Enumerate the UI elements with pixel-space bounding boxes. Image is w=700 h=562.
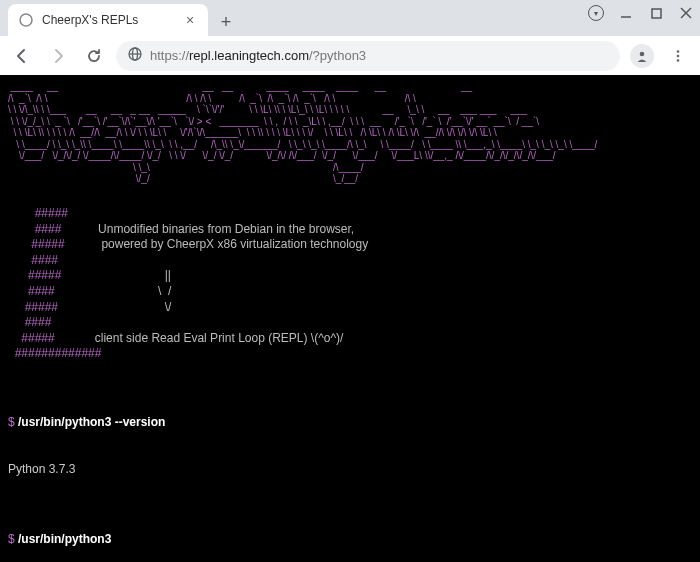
banner-hash: ##### <box>8 300 58 314</box>
forward-button[interactable] <box>44 42 72 70</box>
terminal[interactable]: ____ __ __ __ ____ ____ ____ __ __ /\ _`… <box>0 75 700 562</box>
page-icon <box>18 12 34 28</box>
command: /usr/bin/python3 <box>18 532 111 546</box>
banner-text: \/ <box>58 300 171 314</box>
banner-hash: #### <box>8 284 55 298</box>
new-tab-button[interactable]: + <box>212 8 240 36</box>
ascii-logo: ____ __ __ __ ____ ____ ____ __ __ /\ _`… <box>8 81 692 185</box>
url-text: https://repl.leaningtech.com/?python3 <box>150 48 608 63</box>
back-button[interactable] <box>8 42 36 70</box>
maximize-button[interactable] <box>648 5 664 21</box>
person-icon <box>630 44 654 68</box>
terminal-session: $ /usr/bin/python3 --version Python 3.7.… <box>8 376 692 562</box>
close-window-button[interactable] <box>678 5 694 21</box>
banner-text: \ / <box>55 284 172 298</box>
command-line: $ /usr/bin/python3 --version <box>8 415 692 431</box>
chevron-down-icon[interactable]: ▾ <box>588 5 604 21</box>
profile-button[interactable] <box>628 42 656 70</box>
shell-prompt: $ <box>8 415 18 429</box>
banner-text: Unmodified binaries from Debian in the b… <box>61 222 354 236</box>
browser-tab[interactable]: CheerpX's REPLs × <box>8 4 208 36</box>
banner-hash: ##### <box>8 206 68 220</box>
banner-hash: ##### <box>8 331 55 345</box>
svg-point-8 <box>640 51 645 56</box>
close-tab-icon[interactable]: × <box>182 12 198 28</box>
banner-hash: ##### <box>8 237 65 251</box>
output-line: Python 3.7.3 <box>8 462 692 478</box>
command: /usr/bin/python3 --version <box>18 415 165 429</box>
banner-hash: #### <box>8 253 58 267</box>
minimize-button[interactable] <box>618 5 634 21</box>
shell-prompt: $ <box>8 532 18 546</box>
svg-point-9 <box>677 50 680 53</box>
url-host: repl.leaningtech.com <box>189 48 309 63</box>
browser-chrome: ▾ CheerpX's REPLs × + <box>0 0 700 75</box>
tab-title: CheerpX's REPLs <box>42 13 174 27</box>
svg-point-11 <box>677 59 680 62</box>
url-scheme: https:// <box>150 48 189 63</box>
command-line: $ /usr/bin/python3 <box>8 532 692 548</box>
banner-text: powered by CheerpX x86 virtualization te… <box>65 237 369 251</box>
globe-icon <box>128 47 142 64</box>
svg-point-4 <box>20 14 32 26</box>
toolbar: https://repl.leaningtech.com/?python3 <box>0 36 700 75</box>
url-path: /?python3 <box>309 48 366 63</box>
banner-hash: #### <box>8 315 51 329</box>
reload-button[interactable] <box>80 42 108 70</box>
banner-hash: #### <box>8 222 61 236</box>
address-bar[interactable]: https://repl.leaningtech.com/?python3 <box>116 41 620 71</box>
banner: ##### #### Unmodified binaries from Debi… <box>8 191 692 363</box>
svg-rect-1 <box>652 9 661 18</box>
banner-text: client side Read Eval Print Loop (REPL) … <box>55 331 344 345</box>
banner-hash: ##### <box>8 268 61 282</box>
banner-text: || <box>61 268 171 282</box>
menu-button[interactable] <box>664 42 692 70</box>
banner-hash: ############# <box>8 346 101 360</box>
window-controls: ▾ <box>588 5 694 21</box>
svg-point-10 <box>677 54 680 57</box>
